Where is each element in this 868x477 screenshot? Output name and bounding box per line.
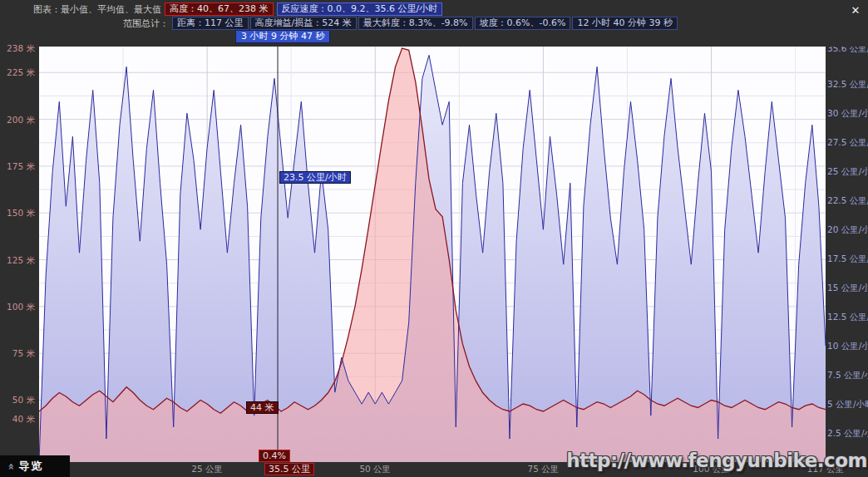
speed-tick-label: 2.5 公里/小时 [827,428,868,440]
range-segment-chip: 最大斜度：8.3%、-9.8% [358,17,473,30]
range-totals-values: 距离：117 公里高度增益/损益：524 米最大斜度：8.3%、-9.8%坡度：… [172,17,679,30]
chart-summary-row: 图表：最小值、平均值、最大值 高度：40、67、238 米 反应速度：0.0、9… [33,2,442,16]
speed-tick-label: 30 公里/小时 [827,108,868,120]
elevation-tick-label: 200 米 [7,115,35,126]
elevation-tick-label: 175 米 [7,161,35,173]
elevation-tick-label: 50 米 [12,395,35,406]
chart-popup-window: 图表：最小值、平均值、最大值 高度：40、67、238 米 反应速度：0.0、9… [0,0,868,477]
collapse-chevrons-icon: » [4,463,17,470]
elevation-tick-label: 125 米 [7,255,35,267]
speed-tick-label: 27.5 公里/小时 [827,137,868,149]
speed-tick-label: 32.5 公里/小时 [827,79,868,91]
chart-summary-label: 图表：最小值、平均值、最大值 [33,3,161,16]
altitude-summary-chip[interactable]: 高度：40、67、238 米 [165,2,274,16]
speed-tick-label: 15 公里/小时 [827,283,868,294]
range-segment-chip: 12 小时 40 分钟 39 秒 [572,17,677,30]
close-icon[interactable]: ✕ [848,3,863,18]
speed-tick-label: 5 公里/小时 [827,399,868,411]
right-axis-speed: 35.6 公里/小时32.5 公里/小时30 公里/小时27.5 公里/小时25… [827,47,868,462]
distance-tick-label: 100 公里 [693,464,729,475]
elevation-tick-label: 100 米 [7,302,35,313]
cursor-time-tooltip[interactable]: 3 小时 9 分钟 47 秒 [235,30,330,43]
distance-tick-label: 75 公里 [528,464,560,475]
navigation-collapse-bar[interactable]: » 导览 [0,455,70,477]
speed-tick-label: 12.5 公里/小时 [827,312,868,323]
elevation-tick-label: 40 米 [12,414,35,425]
cursor-grade-tooltip[interactable]: 0.4% [259,450,290,462]
left-axis-elevation: 238 米225 米200 米175 米150 米125 米100 米75 米5… [0,47,37,462]
speed-tick-label: 22.5 公里/小时 [827,195,868,207]
speed-tick-label: 25 公里/小时 [827,166,868,178]
cursor-altitude-tooltip[interactable]: 44 米 [246,401,279,414]
range-totals-row: 范围总计： 距离：117 公里高度增益/损益：524 米最大斜度：8.3%、-9… [123,17,679,30]
elevation-tick-label: 225 米 [7,67,35,79]
data-series [39,48,826,462]
range-segment-chip: 高度增益/损益：524 米 [250,17,357,30]
x-axis-distance: 25 公里50 公里75 公里100 公里117 公里 [39,464,826,477]
range-totals-label: 范围总计： [123,17,169,30]
elevation-speed-chart[interactable] [39,47,826,462]
elevation-tick-label: 150 米 [7,208,35,219]
elevation-tick-label: 238 米 [7,43,35,55]
speed-tick-label: 7.5 公里/小时 [827,370,868,381]
chart-canvas [39,47,826,462]
navigation-label: 导览 [18,459,43,474]
speed-tick-label: 17.5 公里/小时 [827,253,868,265]
distance-tick-label: 50 公里 [359,464,391,475]
distance-tick-label: 117 公里 [807,464,844,475]
speed-summary-chip[interactable]: 反应速度：0.0、9.2、35.6 公里/小时 [277,2,443,16]
distance-tick-label: 25 公里 [191,464,223,475]
cursor-distance-tooltip[interactable]: 35.5 公里 [264,463,314,475]
speed-tick-label: 10 公里/小时 [827,341,868,352]
speed-tick-label: 20 公里/小时 [827,224,868,236]
elevation-tick-label: 75 米 [12,348,35,360]
cursor-speed-tooltip[interactable]: 23.5 公里/小时 [279,171,351,184]
range-segment-chip: 坡度：0.6%、-0.6% [475,17,571,30]
range-segment-chip: 距离：117 公里 [172,17,249,30]
speed-tick-label: 35.6 公里/小时 [827,47,868,55]
